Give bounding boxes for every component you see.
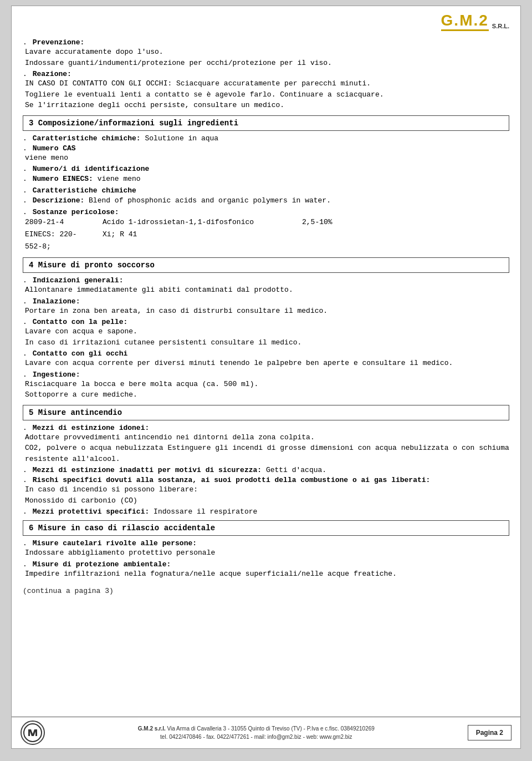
contatto-pelle-line1: Lavare con acqua e sapone. [25,326,509,337]
footer-logo [21,721,45,745]
descrizione-entry: . Descrizione: Blend of phosphonic acids… [23,196,509,205]
inalazione-value: Portare in zona ben areata, in caso di d… [25,306,509,317]
section3-title: Composizione/informazioni sugli ingredie… [38,119,238,128]
prevenzione-line1: Lavare accuratamente dopo l'uso. [25,47,509,58]
logo-srl: S.R.L. [492,23,509,29]
contatto-occhi-entry: . Contatto con gli occhi Lavare con acqu… [23,349,509,369]
hazard-row-1: 2809-21-4 Acido 1-idrossietan-1,1-difosf… [25,216,509,229]
misure-protezione-line1: Impedire infiltrazioni nella fognatura/n… [25,569,509,580]
section5-header: 5 Misure antincendio [23,405,509,420]
ingestione-line1: Risciacquare la bocca e bere molta acqua… [25,379,509,390]
ingestione-label: Ingestione: [33,371,80,379]
rischi-line2: Monossido di carbonio (CO) [25,495,509,506]
numero-cas-label: Numero CAS [33,144,76,153]
section3-header: 3 Composizione/informazioni sugli ingred… [23,115,509,131]
section5-title: Misure antincendio [38,408,122,417]
footer-company-info: G.M.2 s.r.l. Via Arma di Cavalleria 3 - … [50,724,462,741]
misure-cautelari-label: Misure cautelari rivolte alle persone: [33,539,197,547]
caratteristiche-label: Caratteristiche chimiche: [33,134,141,143]
section4-header: 4 Misure di pronto soccorso [23,257,509,273]
contatto-pelle-line2: In caso di irritazioni cutanee persisten… [25,337,509,348]
mezzi-protettivi-entry: . Mezzi protettivi specifici: Indossare … [23,508,509,516]
footer-line1: G.M.2 s.r.l. Via Arma di Cavalleria 3 - … [50,724,462,733]
haz-col3-2 [302,229,346,253]
rischi-label: Rischi specifici dovuti alla sostanza, a… [33,476,431,484]
page-header: G.M.2 S.R.L. [12,6,520,34]
numero-id-entry: . Numero/i di identificazione [23,165,509,173]
section6-title: Misure in caso di rilascio accidentale [38,524,215,532]
caratteristiche-entry: . Caratteristiche chimiche: Solutione in… [23,134,509,143]
indicazioni-value: Allontanare immediatamente gli abiti con… [25,285,509,296]
inalazione-entry: . Inalazione: Portare in zona ben areata… [23,297,509,317]
caratteristiche2-label: Caratteristiche chimiche [33,186,136,195]
footer-logo-svg [23,723,43,743]
section4-number: 4 [29,261,33,270]
reazione-line2: Togliere le eventuali lenti a contatto s… [25,89,509,100]
ingestione-entry: . Ingestione: Risciacquare la bocca e be… [23,371,509,400]
prevenzione-line2: Indossare guanti/indumenti/protezione pe… [25,58,509,69]
mezzi-idonei-line2: CO2, polvere o acqua nebulizzata Estingu… [25,443,509,464]
misure-protezione-entry: . Misure di protezione ambientale: Imped… [23,560,509,580]
contatto-pelle-label: Contatto con la pelle: [33,318,128,326]
footer-line2: tel. 0422/470846 - fax. 0422/477261 - ma… [50,733,462,741]
logo-gm2: G.M.2 [441,12,489,31]
reazione-label: Reazione: [33,70,71,78]
haz-col3-1: 2,5-10% [302,216,346,229]
hazardous-table: 2809-21-4 Acido 1-idrossietan-1,1-difosf… [25,216,509,253]
document-page: G.M.2 S.R.L. . Prevenzione: Lavare accur… [11,6,521,749]
reazione-section: . Reazione: IN CASO DI CONTATTO CON GLI … [23,70,509,111]
descrizione-label: Descrizione: [33,196,85,205]
indicazioni-entry: . Indicazioni generali: Allontanare imme… [23,276,509,296]
rischi-line1: In caso di incendio si possono liberare: [25,484,509,495]
content-area: . Prevenzione: Lavare accuratamente dopo… [12,34,520,717]
haz-col2-2: Xi; R 41 [103,229,291,253]
section6-header: 6 Misure in caso di rilascio accidentale [23,520,509,536]
haz-col1-2: EINECS: 220-552-8; [25,229,91,253]
section3-number: 3 [29,119,33,128]
indicazioni-label: Indicazioni generali: [33,276,124,285]
mezzi-idonei-label: Mezzi di estinzione idonei: [33,424,150,432]
haz-col2-1: Acido 1-idrossietan-1,1-difosfonico [103,216,291,229]
sostanze-entry: . Sostanze pericolose: 2809-21-4 Acido 1… [23,208,509,253]
contatto-occhi-line1: Lavare con acqua corrente per diversi mi… [25,358,509,369]
misure-cautelari-value: Indossare abbigliamento protettivo perso… [25,547,509,559]
svg-point-0 [24,724,42,742]
misure-protezione-label: Misure di protezione ambientale: [33,560,171,569]
continua-text: (continua a pagina 3) [23,587,509,595]
section6-number: 6 [29,524,33,532]
prevenzione-label: Prevenzione: [33,38,85,47]
mezzi-inadatti-label: Mezzi di estinzione inadatti per motivi … [33,466,262,474]
numero-cas-entry: . Numero CAS viene meno [23,144,509,164]
prevenzione-section: . Prevenzione: Lavare accuratamente dopo… [23,38,509,68]
reazione-line1: IN CASO DI CONTATTO CON GLI OCCHI: Sciac… [25,78,509,89]
numero-id-label: Numero/i di identificazione [33,165,150,173]
mezzi-idonei-entry: . Mezzi di estinzione idonei: Adottare p… [23,424,509,465]
logo-area: G.M.2 S.R.L. [441,12,509,31]
rischi-entry: . Rischi specifici dovuti alla sostanza,… [23,476,509,506]
misure-cautelari-entry: . Misure cautelari rivolte alle persone:… [23,539,509,559]
mezzi-protettivi-label: Mezzi protettivi specifici: [33,508,150,516]
caratteristiche2-entry: . Caratteristiche chimiche [23,186,509,195]
hazard-row-2: EINECS: 220-552-8; Xi; R 41 [25,229,509,253]
haz-col1-1: 2809-21-4 [25,216,91,229]
numero-einecs-label: Numero EINECS: [33,175,93,183]
contatto-occhi-label: Contatto con gli occhi [33,349,128,358]
numero-einecs-entry: . Numero EINECS: viene meno [23,175,509,183]
inalazione-label: Inalazione: [33,297,80,306]
section4-title: Misure di pronto soccorso [38,261,155,270]
section5-number: 5 [29,408,33,417]
reazione-line3: Se l'irritazione degli occhi persiste, c… [25,100,509,111]
numero-cas-value: viene meno [25,153,509,164]
mezzi-inadatti-entry: . Mezzi di estinzione inadatti per motiv… [23,466,509,474]
sostanze-label: Sostanze pericolose: [33,208,119,216]
footer-page-label: Pagina 2 [468,725,511,740]
ingestione-line2: Sottoporre a cure mediche. [25,389,509,400]
page-footer: G.M.2 s.r.l. Via Arma di Cavalleria 3 - … [12,717,520,748]
mezzi-idonei-line1: Adottare provvedimenti antincendio nei d… [25,432,509,443]
contatto-pelle-entry: . Contatto con la pelle: Lavare con acqu… [23,318,509,348]
